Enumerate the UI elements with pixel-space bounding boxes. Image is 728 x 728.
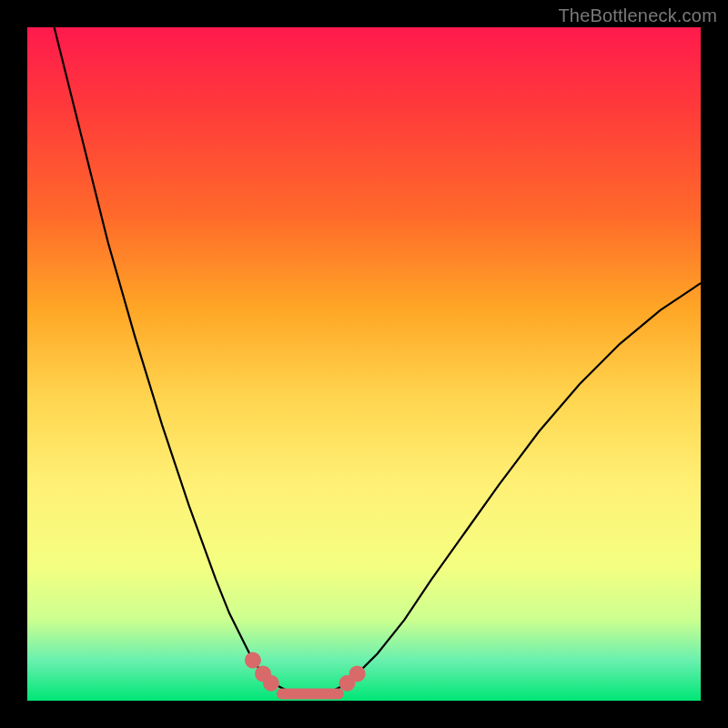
valley-band bbox=[277, 689, 344, 700]
plot-area bbox=[27, 27, 701, 701]
chart-frame: TheBottleneck.com bbox=[0, 0, 728, 728]
curve-marker bbox=[263, 675, 279, 692]
watermark-label: TheBottleneck.com bbox=[558, 5, 717, 26]
chart-svg bbox=[27, 27, 701, 701]
curve-marker bbox=[349, 665, 366, 682]
curve-marker bbox=[245, 652, 261, 669]
bottleneck-curve bbox=[55, 27, 701, 695]
marker-group bbox=[245, 652, 366, 700]
curve-group bbox=[55, 27, 701, 695]
